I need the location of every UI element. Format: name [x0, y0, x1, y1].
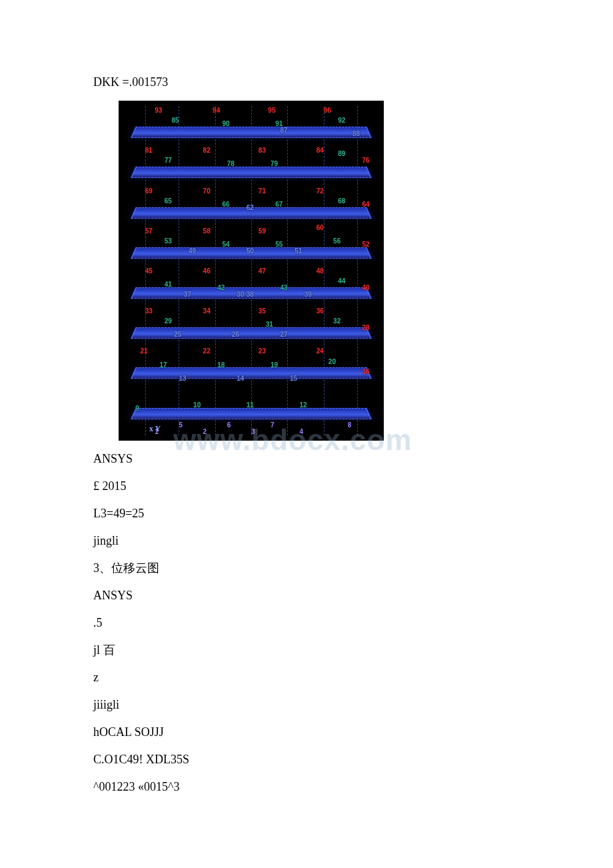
node-26: 26 [232, 331, 239, 338]
line-jiiigli: jiiigli [93, 696, 520, 714]
node-22: 22 [203, 347, 211, 355]
node-36: 36 [316, 307, 324, 315]
node-39: 39 [305, 291, 312, 298]
node-8: 8 [348, 421, 352, 429]
line-ansys1: ANSYS [93, 450, 520, 468]
line-ansys2: ANSYS [93, 587, 520, 605]
line-dkk: DKK =.001573 [93, 73, 520, 91]
node-16: 16 [362, 368, 370, 375]
node-52: 52 [362, 241, 370, 248]
page-content: DKK =.001573 93 94 95 [0, 0, 613, 859]
node-37: 37 [184, 291, 191, 298]
node-51: 51 [295, 247, 302, 255]
node-31: 31 [266, 321, 273, 328]
line-z: z [93, 669, 520, 687]
node-40: 40 [362, 284, 370, 291]
node-92: 92 [338, 117, 345, 124]
node-14: 14 [237, 375, 244, 382]
node-93: 93 [155, 107, 162, 114]
node-59: 59 [259, 227, 266, 235]
node-90: 90 [223, 120, 230, 127]
node-76: 76 [362, 157, 370, 164]
node-13: 13 [179, 375, 186, 382]
node-60: 60 [316, 224, 324, 231]
node-54: 54 [223, 241, 230, 248]
node-44: 44 [338, 277, 345, 285]
node-81: 81 [145, 147, 153, 154]
figure-wrap: 93 94 95 96 85 90 91 92 87 88 81 82 83 8… [119, 101, 384, 441]
node-69: 69 [145, 187, 153, 195]
node-79: 79 [271, 160, 278, 167]
node-96: 96 [324, 107, 331, 114]
node-15: 15 [290, 375, 297, 382]
node-72: 72 [316, 187, 324, 195]
node-24: 24 [316, 347, 324, 355]
node-62: 62 [247, 204, 254, 211]
node-32: 32 [333, 317, 340, 325]
node-82: 82 [203, 147, 211, 154]
node-56: 56 [333, 237, 340, 245]
node-11: 11 [247, 401, 254, 409]
node-77: 77 [165, 157, 172, 164]
node-6: 6 [227, 421, 231, 429]
line-jlbai: jl 百 [93, 641, 520, 659]
node-67: 67 [275, 201, 283, 208]
node-68: 68 [338, 197, 345, 205]
node-10: 10 [193, 401, 201, 409]
node-28: 28 [362, 324, 370, 331]
line-p5: .5 [93, 614, 520, 632]
node-38: 38 [247, 291, 254, 298]
node-64: 64 [362, 201, 370, 208]
node-49: 49 [189, 247, 196, 255]
node-71: 71 [259, 187, 266, 195]
node-7: 7 [271, 421, 275, 429]
line-001223: ^001223 «0015^3 [93, 778, 520, 796]
node-58: 58 [203, 227, 211, 235]
node-55: 55 [275, 241, 283, 248]
node-94: 94 [213, 107, 220, 114]
node-12: 12 [299, 401, 306, 409]
node-85: 85 [172, 117, 179, 124]
node-88: 88 [352, 130, 360, 137]
node-83: 83 [259, 147, 266, 154]
node-46: 46 [203, 267, 211, 275]
node-2: 2 [203, 428, 207, 435]
line-section3: 3、位移云图 [93, 559, 520, 577]
node-42: 42 [217, 284, 225, 291]
line-jingli1: jingli [93, 532, 520, 550]
ansys-figure: 93 94 95 96 85 90 91 92 87 88 81 82 83 8… [119, 101, 384, 441]
node-18: 18 [217, 361, 225, 369]
node-19: 19 [271, 361, 278, 369]
node-50: 50 [247, 247, 254, 255]
node-65: 65 [165, 197, 172, 205]
node-25: 25 [174, 331, 181, 338]
node-53: 53 [165, 237, 172, 245]
node-20: 20 [328, 358, 336, 365]
node-95: 95 [268, 107, 275, 114]
line-hocal: hOCAL SOJJJ [93, 723, 520, 741]
node-30: 30 [237, 291, 244, 298]
node-23: 23 [259, 347, 266, 355]
axis-xy-label: x Y [149, 424, 161, 434]
node-89: 89 [338, 150, 345, 157]
node-27: 27 [280, 331, 287, 338]
node-45: 45 [145, 267, 153, 275]
node-43: 43 [280, 284, 287, 291]
node-5: 5 [179, 421, 183, 429]
node-4: 4 [299, 428, 303, 435]
node-34: 34 [203, 307, 211, 315]
node-57: 57 [145, 227, 153, 235]
node-87: 87 [280, 127, 287, 134]
node-78: 78 [227, 160, 235, 167]
node-41: 41 [165, 281, 172, 288]
node-66: 66 [223, 201, 230, 208]
node-17: 17 [159, 361, 167, 369]
node-3: 3 [251, 428, 255, 435]
line-l3: L3=49=25 [93, 505, 520, 523]
line-year: £ 2015 [93, 477, 520, 495]
node-33: 33 [145, 307, 153, 315]
node-48: 48 [316, 267, 324, 275]
node-84: 84 [316, 147, 324, 154]
node-70: 70 [203, 187, 211, 195]
node-21: 21 [140, 347, 147, 355]
